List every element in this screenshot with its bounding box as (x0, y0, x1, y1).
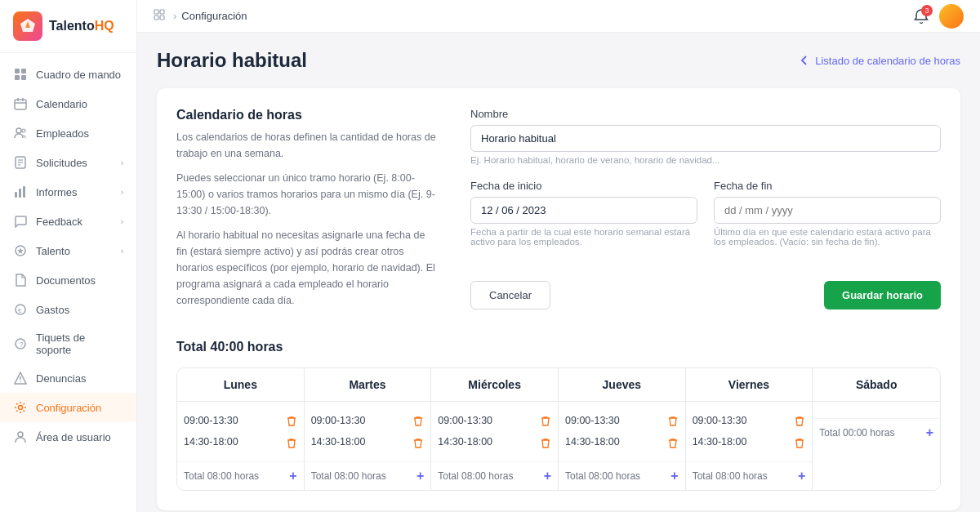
delete-slot-button[interactable] (540, 435, 551, 448)
delete-slot-button[interactable] (412, 435, 424, 448)
delete-slot-button[interactable] (667, 414, 679, 427)
grid-icon (154, 9, 168, 24)
day-header: Sábado (813, 368, 940, 402)
sidebar-item-label: Feedback (36, 216, 82, 228)
add-slot-button[interactable]: + (289, 469, 296, 483)
delete-slot-button[interactable] (667, 435, 679, 448)
sidebar-item-empleados[interactable]: Empleados (0, 118, 136, 148)
svg-rect-28 (154, 10, 158, 14)
add-slot-button[interactable]: + (926, 425, 933, 440)
svg-rect-4 (15, 75, 20, 80)
page-header: Horario habitual Listado de calendario d… (157, 49, 960, 72)
time-slot-text: 09:00-13:30 (693, 415, 747, 426)
delete-slot-button[interactable] (286, 435, 297, 448)
day-body: 09:00-13:3014:30-18:00 (686, 402, 813, 461)
svg-rect-30 (154, 16, 158, 20)
sidebar-item-label: Configuración (36, 402, 101, 414)
day-total: Total 08:00 horas (693, 470, 768, 482)
day-column-miércoles: Miércoles09:00-13:3014:30-18:00Total 08:… (431, 368, 559, 490)
name-input[interactable] (470, 125, 941, 152)
day-body: 09:00-13:3014:30-18:00 (177, 402, 304, 461)
chevron-right-icon: › (121, 188, 123, 197)
main-content: › Configuración 3 Horario habitual Lista… (137, 0, 980, 512)
sidebar-item-area[interactable]: Área de usuario (0, 422, 136, 452)
back-link[interactable]: Listado de calendario de horas (799, 55, 960, 67)
sidebar-item-informes[interactable]: Informes › (0, 177, 136, 207)
sidebar-item-label: Denuncias (36, 372, 86, 385)
day-body: 09:00-13:3014:30-18:00 (305, 402, 431, 461)
total-label: Total 40:00 horas (176, 340, 941, 354)
complaints-icon (13, 371, 28, 385)
sidebar-item-configuracion[interactable]: Configuración (0, 393, 136, 422)
notification-button[interactable]: 3 (913, 8, 929, 24)
add-slot-button[interactable]: + (544, 469, 551, 483)
day-header: Viernes (686, 368, 813, 402)
sidebar-item-label: Documentos (36, 274, 96, 287)
delete-slot-button[interactable] (286, 414, 297, 427)
time-slot-text: 14:30-18:00 (693, 436, 747, 447)
sidebar-item-label: Talento (36, 245, 70, 257)
delete-slot-button[interactable] (540, 414, 551, 427)
day-body (813, 402, 940, 418)
employees-icon (13, 126, 28, 140)
sidebar-item-documentos[interactable]: Documentos (0, 265, 136, 295)
chevron-right-icon: › (121, 217, 123, 226)
sidebar: TalentoHQ Cuadro de mando Calendario (0, 0, 137, 512)
section-heading: Calendario de horas (176, 108, 438, 122)
notification-badge: 3 (921, 5, 933, 16)
day-footer: Total 08:00 horas+ (177, 461, 304, 490)
logo-text: TalentoHQ (49, 19, 114, 33)
name-label: Nombre (470, 108, 941, 120)
cancel-button[interactable]: Cancelar (470, 281, 550, 309)
day-footer: Total 08:00 horas+ (431, 461, 558, 490)
breadcrumb-separator: › (173, 10, 176, 22)
svg-rect-17 (19, 189, 21, 198)
name-field-group: Nombre Ej. Horario habitual, horario de … (470, 108, 941, 165)
logo: TalentoHQ (0, 0, 136, 53)
sidebar-item-talento[interactable]: Talento › (0, 236, 136, 265)
time-slot: 14:30-18:00 (184, 431, 297, 452)
sidebar-item-label: Área de usuario (36, 431, 111, 443)
svg-rect-18 (23, 186, 25, 198)
save-button[interactable]: Guardar horario (824, 281, 941, 309)
start-date-input[interactable] (470, 197, 697, 224)
form-actions: Cancelar Guardar horario (470, 281, 941, 309)
avatar[interactable] (939, 4, 964, 29)
time-slot-text: 14:30-18:00 (184, 436, 238, 447)
time-slot: 14:30-18:00 (438, 431, 551, 452)
sidebar-item-denuncias[interactable]: Denuncias (0, 363, 136, 393)
sidebar-item-tiquets[interactable]: ? Tiquets de soporte (0, 324, 136, 363)
end-date-hint: Último día en que este calendario estará… (714, 227, 941, 247)
svg-text:€: € (18, 307, 22, 314)
sidebar-item-label: Gastos (36, 304, 69, 316)
svg-rect-31 (160, 16, 164, 20)
delete-slot-button[interactable] (794, 414, 805, 427)
sidebar-item-cuadro[interactable]: Cuadro de mando (0, 60, 136, 89)
svg-rect-29 (160, 10, 164, 14)
svg-rect-2 (15, 69, 20, 73)
add-slot-button[interactable]: + (416, 469, 424, 483)
svg-point-27 (18, 432, 23, 437)
add-slot-button[interactable]: + (670, 469, 678, 483)
add-slot-button[interactable]: + (798, 469, 805, 483)
delete-slot-button[interactable] (794, 435, 805, 448)
description-1: Los calendarios de horas definen la cant… (176, 129, 438, 162)
support-icon: ? (13, 336, 28, 351)
chevron-right-icon: › (121, 158, 123, 167)
feedback-icon (13, 214, 28, 229)
topbar: › Configuración 3 (137, 0, 980, 33)
end-date-input[interactable] (714, 197, 941, 224)
expenses-icon: € (13, 302, 28, 317)
sidebar-item-label: Cuadro de mando (36, 69, 121, 81)
day-footer: Total 08:00 horas+ (559, 461, 685, 490)
sidebar-item-feedback[interactable]: Feedback › (0, 207, 136, 236)
sidebar-item-calendario[interactable]: Calendario (0, 89, 136, 118)
time-slot: 09:00-13:30 (438, 410, 551, 431)
sidebar-item-solicitudes[interactable]: Solicitudes › (0, 148, 136, 177)
day-column-martes: Martes09:00-13:3014:30-18:00Total 08:00 … (305, 368, 432, 490)
sidebar-item-gastos[interactable]: € Gastos (0, 295, 136, 324)
chevron-right-icon: › (121, 247, 123, 256)
requests-icon (13, 155, 28, 170)
delete-slot-button[interactable] (412, 414, 424, 427)
svg-rect-6 (15, 100, 26, 109)
